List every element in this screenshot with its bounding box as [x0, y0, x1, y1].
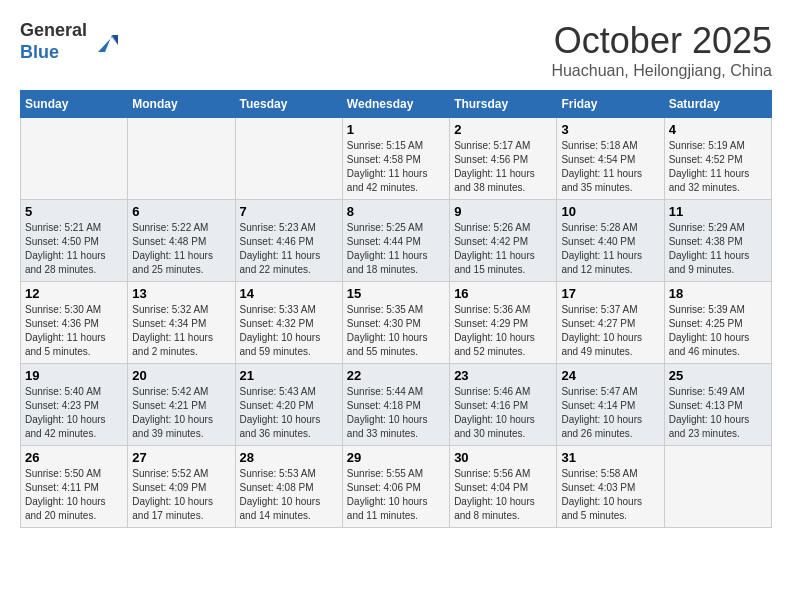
- day-number: 3: [561, 122, 659, 137]
- day-number: 28: [240, 450, 338, 465]
- day-info: Sunrise: 5:52 AM Sunset: 4:09 PM Dayligh…: [132, 467, 230, 523]
- calendar-cell: 21Sunrise: 5:43 AM Sunset: 4:20 PM Dayli…: [235, 364, 342, 446]
- calendar-cell: 12Sunrise: 5:30 AM Sunset: 4:36 PM Dayli…: [21, 282, 128, 364]
- calendar-cell: 10Sunrise: 5:28 AM Sunset: 4:40 PM Dayli…: [557, 200, 664, 282]
- day-info: Sunrise: 5:39 AM Sunset: 4:25 PM Dayligh…: [669, 303, 767, 359]
- day-number: 1: [347, 122, 445, 137]
- day-info: Sunrise: 5:58 AM Sunset: 4:03 PM Dayligh…: [561, 467, 659, 523]
- day-info: Sunrise: 5:30 AM Sunset: 4:36 PM Dayligh…: [25, 303, 123, 359]
- calendar-cell: 31Sunrise: 5:58 AM Sunset: 4:03 PM Dayli…: [557, 446, 664, 528]
- day-number: 23: [454, 368, 552, 383]
- day-number: 11: [669, 204, 767, 219]
- calendar-cell: 22Sunrise: 5:44 AM Sunset: 4:18 PM Dayli…: [342, 364, 449, 446]
- calendar-cell: [21, 118, 128, 200]
- calendar-cell: [664, 446, 771, 528]
- day-info: Sunrise: 5:32 AM Sunset: 4:34 PM Dayligh…: [132, 303, 230, 359]
- weekday-header-friday: Friday: [557, 91, 664, 118]
- calendar-cell: 26Sunrise: 5:50 AM Sunset: 4:11 PM Dayli…: [21, 446, 128, 528]
- calendar-cell: 18Sunrise: 5:39 AM Sunset: 4:25 PM Dayli…: [664, 282, 771, 364]
- calendar-cell: 28Sunrise: 5:53 AM Sunset: 4:08 PM Dayli…: [235, 446, 342, 528]
- day-number: 8: [347, 204, 445, 219]
- day-info: Sunrise: 5:17 AM Sunset: 4:56 PM Dayligh…: [454, 139, 552, 195]
- weekday-header-wednesday: Wednesday: [342, 91, 449, 118]
- weekday-header-thursday: Thursday: [450, 91, 557, 118]
- day-info: Sunrise: 5:50 AM Sunset: 4:11 PM Dayligh…: [25, 467, 123, 523]
- title-block: October 2025 Huachuan, Heilongjiang, Chi…: [551, 20, 772, 80]
- calendar-cell: [235, 118, 342, 200]
- day-info: Sunrise: 5:43 AM Sunset: 4:20 PM Dayligh…: [240, 385, 338, 441]
- calendar-cell: 9Sunrise: 5:26 AM Sunset: 4:42 PM Daylig…: [450, 200, 557, 282]
- day-number: 15: [347, 286, 445, 301]
- day-info: Sunrise: 5:15 AM Sunset: 4:58 PM Dayligh…: [347, 139, 445, 195]
- day-info: Sunrise: 5:55 AM Sunset: 4:06 PM Dayligh…: [347, 467, 445, 523]
- calendar-cell: 19Sunrise: 5:40 AM Sunset: 4:23 PM Dayli…: [21, 364, 128, 446]
- day-info: Sunrise: 5:42 AM Sunset: 4:21 PM Dayligh…: [132, 385, 230, 441]
- calendar-cell: 30Sunrise: 5:56 AM Sunset: 4:04 PM Dayli…: [450, 446, 557, 528]
- day-number: 20: [132, 368, 230, 383]
- calendar-week-row: 19Sunrise: 5:40 AM Sunset: 4:23 PM Dayli…: [21, 364, 772, 446]
- weekday-header-saturday: Saturday: [664, 91, 771, 118]
- weekday-header-tuesday: Tuesday: [235, 91, 342, 118]
- day-number: 16: [454, 286, 552, 301]
- day-info: Sunrise: 5:22 AM Sunset: 4:48 PM Dayligh…: [132, 221, 230, 277]
- calendar-cell: 8Sunrise: 5:25 AM Sunset: 4:44 PM Daylig…: [342, 200, 449, 282]
- calendar-cell: 20Sunrise: 5:42 AM Sunset: 4:21 PM Dayli…: [128, 364, 235, 446]
- day-info: Sunrise: 5:18 AM Sunset: 4:54 PM Dayligh…: [561, 139, 659, 195]
- day-number: 30: [454, 450, 552, 465]
- calendar-week-row: 1Sunrise: 5:15 AM Sunset: 4:58 PM Daylig…: [21, 118, 772, 200]
- calendar-week-row: 5Sunrise: 5:21 AM Sunset: 4:50 PM Daylig…: [21, 200, 772, 282]
- day-info: Sunrise: 5:28 AM Sunset: 4:40 PM Dayligh…: [561, 221, 659, 277]
- day-number: 2: [454, 122, 552, 137]
- calendar-cell: 17Sunrise: 5:37 AM Sunset: 4:27 PM Dayli…: [557, 282, 664, 364]
- day-number: 13: [132, 286, 230, 301]
- day-number: 18: [669, 286, 767, 301]
- calendar-cell: 1Sunrise: 5:15 AM Sunset: 4:58 PM Daylig…: [342, 118, 449, 200]
- logo: General Blue: [20, 20, 120, 63]
- day-number: 21: [240, 368, 338, 383]
- page-header: General Blue October 2025 Huachuan, Heil…: [20, 20, 772, 80]
- weekday-header-sunday: Sunday: [21, 91, 128, 118]
- day-number: 31: [561, 450, 659, 465]
- calendar-cell: 14Sunrise: 5:33 AM Sunset: 4:32 PM Dayli…: [235, 282, 342, 364]
- calendar-cell: 16Sunrise: 5:36 AM Sunset: 4:29 PM Dayli…: [450, 282, 557, 364]
- day-info: Sunrise: 5:25 AM Sunset: 4:44 PM Dayligh…: [347, 221, 445, 277]
- day-info: Sunrise: 5:36 AM Sunset: 4:29 PM Dayligh…: [454, 303, 552, 359]
- day-number: 5: [25, 204, 123, 219]
- day-info: Sunrise: 5:26 AM Sunset: 4:42 PM Dayligh…: [454, 221, 552, 277]
- logo-icon: [90, 27, 120, 57]
- calendar-table: SundayMondayTuesdayWednesdayThursdayFrid…: [20, 90, 772, 528]
- logo-blue: Blue: [20, 42, 59, 62]
- day-info: Sunrise: 5:21 AM Sunset: 4:50 PM Dayligh…: [25, 221, 123, 277]
- calendar-cell: 23Sunrise: 5:46 AM Sunset: 4:16 PM Dayli…: [450, 364, 557, 446]
- day-number: 7: [240, 204, 338, 219]
- day-number: 9: [454, 204, 552, 219]
- day-number: 14: [240, 286, 338, 301]
- weekday-header-monday: Monday: [128, 91, 235, 118]
- calendar-cell: 5Sunrise: 5:21 AM Sunset: 4:50 PM Daylig…: [21, 200, 128, 282]
- calendar-cell: 11Sunrise: 5:29 AM Sunset: 4:38 PM Dayli…: [664, 200, 771, 282]
- calendar-cell: 3Sunrise: 5:18 AM Sunset: 4:54 PM Daylig…: [557, 118, 664, 200]
- day-info: Sunrise: 5:53 AM Sunset: 4:08 PM Dayligh…: [240, 467, 338, 523]
- day-number: 26: [25, 450, 123, 465]
- calendar-cell: 6Sunrise: 5:22 AM Sunset: 4:48 PM Daylig…: [128, 200, 235, 282]
- day-info: Sunrise: 5:35 AM Sunset: 4:30 PM Dayligh…: [347, 303, 445, 359]
- day-info: Sunrise: 5:40 AM Sunset: 4:23 PM Dayligh…: [25, 385, 123, 441]
- day-info: Sunrise: 5:46 AM Sunset: 4:16 PM Dayligh…: [454, 385, 552, 441]
- day-number: 12: [25, 286, 123, 301]
- day-info: Sunrise: 5:49 AM Sunset: 4:13 PM Dayligh…: [669, 385, 767, 441]
- calendar-cell: 2Sunrise: 5:17 AM Sunset: 4:56 PM Daylig…: [450, 118, 557, 200]
- logo-text: General Blue: [20, 20, 87, 63]
- day-number: 29: [347, 450, 445, 465]
- day-number: 19: [25, 368, 123, 383]
- month-title: October 2025: [551, 20, 772, 62]
- day-info: Sunrise: 5:44 AM Sunset: 4:18 PM Dayligh…: [347, 385, 445, 441]
- day-number: 4: [669, 122, 767, 137]
- day-info: Sunrise: 5:19 AM Sunset: 4:52 PM Dayligh…: [669, 139, 767, 195]
- day-info: Sunrise: 5:33 AM Sunset: 4:32 PM Dayligh…: [240, 303, 338, 359]
- calendar-week-row: 26Sunrise: 5:50 AM Sunset: 4:11 PM Dayli…: [21, 446, 772, 528]
- calendar-cell: 29Sunrise: 5:55 AM Sunset: 4:06 PM Dayli…: [342, 446, 449, 528]
- day-number: 22: [347, 368, 445, 383]
- weekday-header-row: SundayMondayTuesdayWednesdayThursdayFrid…: [21, 91, 772, 118]
- day-info: Sunrise: 5:56 AM Sunset: 4:04 PM Dayligh…: [454, 467, 552, 523]
- day-number: 10: [561, 204, 659, 219]
